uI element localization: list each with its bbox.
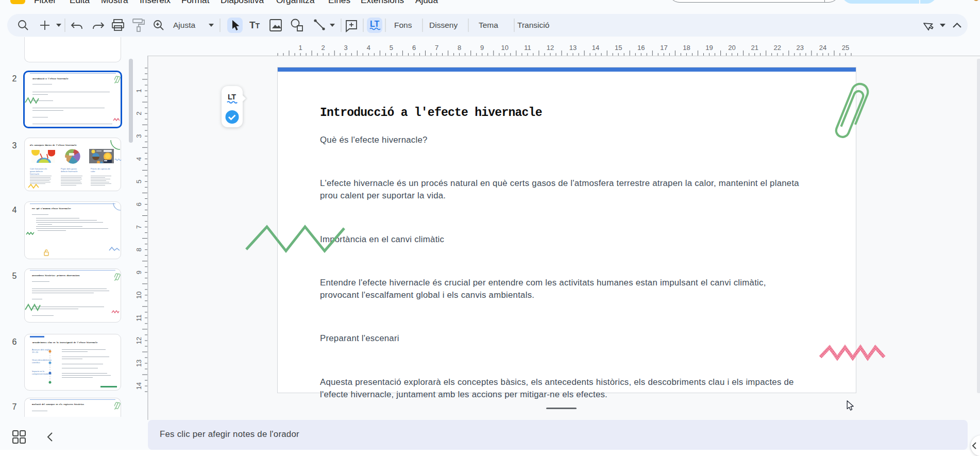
svg-text:3: 3 [344,44,348,52]
svg-text:LT: LT [370,20,380,28]
svg-text:5: 5 [390,44,393,52]
svg-text:16: 16 [637,44,645,52]
svg-text:14: 14 [592,44,599,52]
svg-text:23: 23 [797,44,804,52]
svg-text:2: 2 [136,112,143,115]
svg-text:1: 1 [298,44,302,52]
svg-text:11: 11 [136,314,143,322]
svg-text:Tema: Tema [479,21,498,29]
svg-text:12: 12 [136,337,143,344]
svg-text:20: 20 [728,44,735,52]
svg-text:LT: LT [228,93,236,101]
svg-text:11: 11 [524,44,531,52]
svg-text:6: 6 [412,44,416,52]
svg-text:9: 9 [480,44,484,52]
svg-text:Fons: Fons [394,21,412,29]
svg-text:22: 22 [774,44,781,52]
svg-text:25: 25 [842,44,849,52]
svg-text:13: 13 [569,44,577,52]
svg-text:8: 8 [136,248,143,251]
svg-text:Transició: Transició [517,21,549,29]
svg-text:3: 3 [136,134,143,138]
svg-text:TT: TT [249,20,260,30]
svg-text:15: 15 [615,44,622,52]
svg-text:8: 8 [458,44,461,52]
svg-text:6: 6 [136,202,143,206]
svg-text:14: 14 [136,382,143,390]
svg-text:10: 10 [136,292,143,299]
svg-text:Ajusta: Ajusta [173,21,195,29]
svg-text:1: 1 [136,89,143,92]
svg-text:24: 24 [819,44,826,52]
svg-text:4: 4 [136,157,143,161]
svg-text:4: 4 [367,44,370,52]
svg-text:18: 18 [683,44,690,52]
svg-text:Disseny: Disseny [429,21,458,29]
svg-text:21: 21 [751,44,758,52]
svg-text:10: 10 [501,44,509,52]
svg-text:12: 12 [547,44,554,52]
svg-text:13: 13 [136,360,143,367]
svg-text:9: 9 [136,271,143,274]
svg-text:2: 2 [322,44,325,52]
svg-text:7: 7 [136,225,143,229]
svg-text:19: 19 [705,44,713,52]
svg-text:7: 7 [435,44,438,52]
svg-text:5: 5 [136,180,143,183]
svg-text:17: 17 [660,44,667,52]
